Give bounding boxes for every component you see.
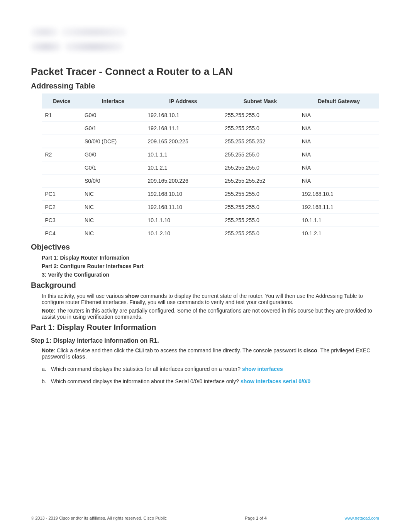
cell-device: R2	[42, 148, 81, 161]
qb-question: Which command displays the information a…	[51, 378, 241, 384]
cell-gw: N/A	[299, 148, 379, 161]
cell-gw: N/A	[299, 109, 379, 122]
cell-interface: NIC	[81, 214, 145, 227]
table-row: S0/0/0 (DCE) 209.165.200.225 255.255.255…	[42, 135, 379, 148]
cell-gw: 10.1.1.1	[299, 214, 379, 227]
cisco-text-blur	[31, 42, 61, 52]
cell-mask: 255.255.255.0	[222, 109, 299, 122]
footer-center: Page 1 of 4	[245, 516, 266, 520]
table-row: G0/1 10.1.2.1 255.255.255.0 N/A	[42, 161, 379, 174]
cell-interface: G0/0	[81, 148, 145, 161]
logo-line-2	[31, 40, 139, 53]
th-device: Device	[42, 94, 81, 109]
cell-gw: 10.1.2.1	[299, 227, 379, 240]
footer-page-of: of	[258, 516, 264, 520]
objectives-body: Part 1: Display Router Information Part …	[31, 255, 379, 278]
page-footer: © 2013 - 2019 Cisco and/or its affiliate…	[31, 516, 379, 520]
cell-ip: 10.1.2.10	[145, 227, 222, 240]
s1-class: class	[72, 354, 85, 360]
cell-gw: 192.168.10.1	[299, 187, 379, 201]
qa-question: Which command displays the statistics fo…	[51, 366, 242, 372]
addressing-table: Device Interface IP Address Subnet Mask …	[42, 93, 379, 240]
cell-gw: N/A	[299, 161, 379, 174]
cisco-logo-blurred	[31, 23, 139, 54]
footer-page-label: Page	[245, 516, 256, 520]
objective-line-1: Part 1: Display Router Information	[42, 255, 379, 261]
document-page: Packet Tracer - Connect a Router to a LA…	[0, 0, 410, 532]
cell-mask: 255.255.255.0	[222, 227, 299, 240]
logo-line-1	[31, 25, 139, 39]
table-row: PC1 NIC 192.168.10.10 255.255.255.0 192.…	[42, 187, 379, 201]
cell-interface: S0/0/0 (DCE)	[81, 135, 145, 148]
cell-interface: NIC	[81, 201, 145, 214]
cell-ip: 192.168.11.1	[145, 122, 222, 135]
cell-ip: 192.168.11.10	[145, 201, 222, 214]
th-interface: Interface	[81, 94, 145, 109]
footer-right-link[interactable]: www.netacad.com	[345, 516, 379, 520]
cell-gw: N/A	[299, 122, 379, 135]
qb-answer: show interfaces serial 0/0/0	[241, 378, 310, 384]
cell-ip: 10.1.1.1	[145, 148, 222, 161]
academy-text-blur	[65, 42, 123, 52]
cell-mask: 255.255.255.0	[222, 214, 299, 227]
cell-interface: G0/1	[81, 122, 145, 135]
th-ip: IP Address	[145, 94, 222, 109]
step1-list: Which command displays the statistics fo…	[31, 366, 379, 384]
cell-interface: G0/0	[81, 109, 145, 122]
cell-mask: 255.255.255.0	[222, 161, 299, 174]
cell-device	[42, 174, 81, 187]
cell-ip: 10.1.2.1	[145, 161, 222, 174]
cell-gw: N/A	[299, 135, 379, 148]
section-part1: Part 1: Display Router Information	[31, 323, 379, 332]
footer-page-total: 4	[264, 516, 266, 520]
background-p1: In this activity, you will use various s…	[42, 293, 379, 305]
cisco-mark-blur	[31, 27, 58, 37]
section-objectives: Objectives	[31, 243, 379, 252]
cell-device: PC4	[42, 227, 81, 240]
note-label: Note	[42, 347, 54, 354]
step1-item-a: Which command displays the statistics fo…	[42, 366, 379, 372]
qa-answer: show interfaces	[242, 366, 283, 372]
s1-a: : Click a device and then click the	[54, 347, 135, 354]
cell-interface: G0/1	[81, 161, 145, 174]
table-row: PC4 NIC 10.1.2.10 255.255.255.0 10.1.2.1	[42, 227, 379, 240]
cell-device	[42, 122, 81, 135]
cell-device	[42, 135, 81, 148]
table-row: PC3 NIC 10.1.1.10 255.255.255.0 10.1.1.1	[42, 214, 379, 227]
networking-text-blur	[61, 27, 127, 37]
table-row: R2 G0/0 10.1.1.1 255.255.255.0 N/A	[42, 148, 379, 161]
section-background: Background	[31, 281, 379, 290]
bg-p1-show: show	[125, 293, 139, 299]
table-row: R1 G0/0 192.168.10.1 255.255.255.0 N/A	[42, 109, 379, 122]
bg-p1-a: In this activity, you will use various	[42, 293, 125, 299]
cell-gw: 192.168.11.1	[299, 201, 379, 214]
footer-left: © 2013 - 2019 Cisco and/or its affiliate…	[31, 516, 167, 520]
table-header-row: Device Interface IP Address Subnet Mask …	[42, 94, 379, 109]
section-addressing-table: Addressing Table	[31, 82, 379, 90]
step1-item-b: Which command displays the information a…	[42, 378, 379, 384]
cell-interface: NIC	[81, 227, 145, 240]
cell-ip: 192.168.10.10	[145, 187, 222, 201]
cell-mask: 255.255.255.252	[222, 174, 299, 187]
cell-ip: 192.168.10.1	[145, 109, 222, 122]
step1-body: Note: Click a device and then click the …	[31, 347, 379, 360]
cell-mask: 255.255.255.0	[222, 148, 299, 161]
s1-cisco: cisco	[303, 347, 317, 354]
table-row: PC2 NIC 192.168.11.10 255.255.255.0 192.…	[42, 201, 379, 214]
th-gw: Default Gateway	[299, 94, 379, 109]
background-p2: Note: The routers in this activity are p…	[42, 308, 379, 320]
background-body: In this activity, you will use various s…	[31, 293, 379, 320]
s1-d: .	[85, 354, 87, 360]
cell-ip: 10.1.1.10	[145, 214, 222, 227]
cell-gw: N/A	[299, 174, 379, 187]
cell-device: PC3	[42, 214, 81, 227]
logo-area	[31, 23, 379, 54]
cell-mask: 255.255.255.0	[222, 187, 299, 201]
step1-heading: Step 1: Display interface information on…	[31, 337, 379, 344]
bg-note-label: Note	[42, 308, 54, 314]
th-mask: Subnet Mask	[222, 94, 299, 109]
table-row: G0/1 192.168.11.1 255.255.255.0 N/A	[42, 122, 379, 135]
cell-device: PC1	[42, 187, 81, 201]
s1-b: tab to access the command line directly.…	[144, 347, 303, 354]
cell-ip: 209.165.200.225	[145, 135, 222, 148]
